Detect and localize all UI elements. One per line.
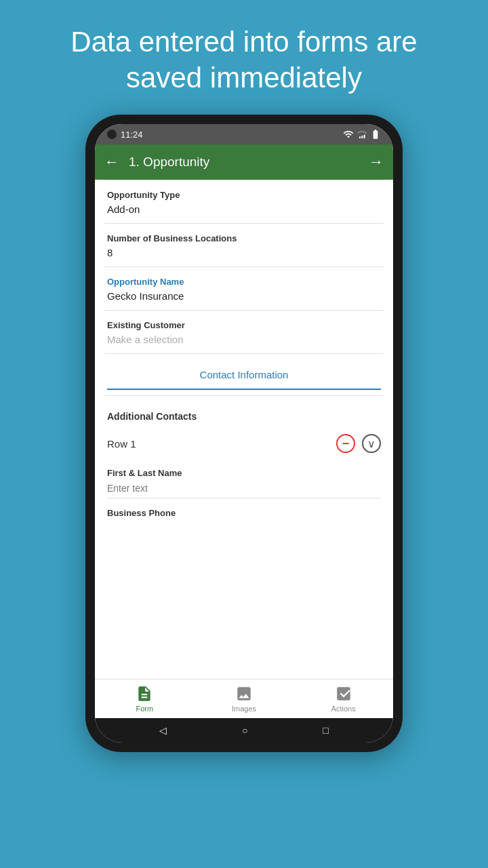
phone-frame: 11:24 ← 1. Opportunity → Opportunity Typ… bbox=[85, 115, 403, 752]
nav-images[interactable]: Images bbox=[195, 685, 294, 713]
num-locations-label: Number of Business Locations bbox=[107, 233, 381, 243]
images-icon bbox=[235, 685, 253, 703]
status-icons bbox=[343, 129, 381, 140]
additional-contacts-row1[interactable]: Row 1 − ∨ bbox=[95, 427, 393, 460]
first-last-name-input[interactable] bbox=[107, 483, 381, 498]
remove-row-button[interactable]: − bbox=[336, 434, 355, 453]
android-home-btn[interactable]: ○ bbox=[242, 725, 247, 736]
app-bar-title: 1. Opportunity bbox=[129, 155, 369, 170]
svg-rect-0 bbox=[364, 135, 365, 138]
section-divider bbox=[104, 395, 384, 396]
opportunity-name-label: Opportunity Name bbox=[107, 277, 381, 287]
nav-actions[interactable]: Actions bbox=[293, 685, 393, 713]
battery-icon bbox=[370, 129, 381, 140]
phone-screen: 11:24 ← 1. Opportunity → Opportunity Typ… bbox=[95, 124, 393, 743]
num-locations-value: 8 bbox=[107, 247, 381, 258]
wifi-icon bbox=[343, 129, 354, 140]
android-nav: ◁ ○ □ bbox=[95, 718, 393, 743]
svg-rect-1 bbox=[361, 136, 363, 138]
nav-form[interactable]: Form bbox=[95, 685, 195, 713]
bottom-nav: Form Images Actions bbox=[95, 679, 393, 718]
actions-nav-label: Actions bbox=[331, 705, 356, 713]
android-back-btn[interactable]: ◁ bbox=[159, 725, 167, 736]
opportunity-type-label: Opportunity Type bbox=[107, 190, 381, 200]
first-last-name-label: First & Last Name bbox=[107, 468, 381, 478]
actions-icon bbox=[335, 685, 352, 703]
business-phone-label: Business Phone bbox=[95, 498, 393, 521]
app-bar: ← 1. Opportunity → bbox=[95, 144, 393, 180]
contact-info-header: Contact Information bbox=[107, 361, 381, 390]
expand-row-button[interactable]: ∨ bbox=[362, 434, 381, 453]
opportunity-type-field[interactable]: Opportunity Type Add-on bbox=[95, 180, 393, 223]
signal-icon bbox=[357, 129, 367, 140]
row1-actions: − ∨ bbox=[336, 434, 381, 453]
camera-dot bbox=[107, 130, 117, 139]
opportunity-name-field[interactable]: Opportunity Name Gecko Insurance bbox=[95, 267, 393, 310]
form-content: Opportunity Type Add-on Number of Busine… bbox=[95, 180, 393, 679]
forward-button[interactable]: → bbox=[369, 153, 384, 171]
images-nav-label: Images bbox=[232, 705, 256, 713]
status-time: 11:24 bbox=[121, 130, 143, 140]
row1-label: Row 1 bbox=[107, 438, 336, 450]
additional-contacts-label: Additional Contacts bbox=[95, 401, 393, 427]
opportunity-type-value: Add-on bbox=[107, 203, 381, 215]
form-icon bbox=[136, 685, 153, 703]
contact-info-section: Contact Information bbox=[95, 354, 393, 390]
android-recents-btn[interactable]: □ bbox=[323, 725, 328, 736]
hero-text: Data entered into forms are saved immedi… bbox=[0, 0, 488, 115]
existing-customer-label: Existing Customer bbox=[107, 320, 381, 330]
status-bar: 11:24 bbox=[95, 124, 393, 144]
existing-customer-field[interactable]: Existing Customer Make a selection bbox=[95, 311, 393, 353]
opportunity-name-value: Gecko Insurance bbox=[107, 290, 381, 302]
num-locations-field[interactable]: Number of Business Locations 8 bbox=[95, 224, 393, 267]
svg-rect-2 bbox=[359, 136, 361, 138]
back-button[interactable]: ← bbox=[104, 153, 119, 171]
first-last-name-field: First & Last Name bbox=[95, 460, 393, 498]
form-nav-label: Form bbox=[136, 705, 154, 713]
existing-customer-placeholder: Make a selection bbox=[107, 334, 381, 345]
